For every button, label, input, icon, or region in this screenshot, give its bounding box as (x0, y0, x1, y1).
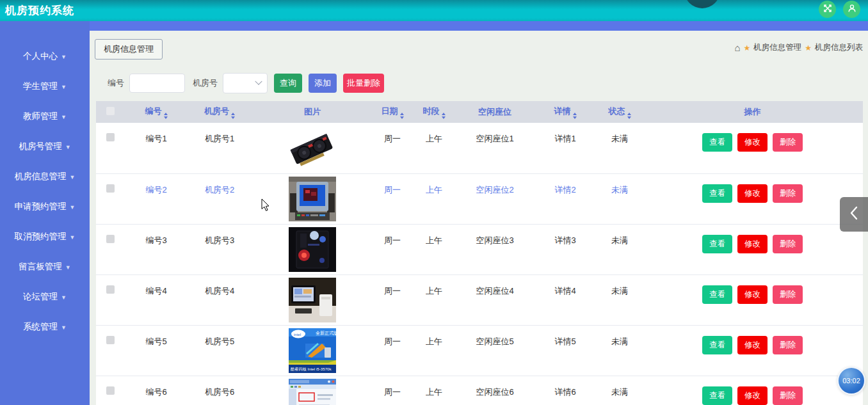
view-button[interactable]: 查看 (702, 184, 732, 203)
column-header[interactable]: 时段 (412, 101, 456, 123)
room-image (289, 227, 336, 272)
sidebar-item-label: 申请预约管理 (15, 201, 67, 212)
cell-seats: 空闲座位6 (456, 376, 533, 405)
cell-period: 上午 (412, 274, 456, 325)
id-filter-input[interactable] (129, 74, 185, 93)
sort-icon[interactable] (573, 113, 577, 119)
sidebar-item-9[interactable]: 系统管理▼ (0, 312, 90, 342)
sort-icon[interactable] (442, 113, 446, 119)
chevron-down-icon: ▼ (61, 54, 67, 60)
cell-image (252, 274, 373, 325)
column-header: 空闲座位 (456, 101, 533, 123)
table-row[interactable]: 编号4机房号4周一上午空闲座位4详情4未满查看修改删除 (96, 274, 863, 325)
row-checkbox[interactable] (106, 285, 115, 294)
view-button[interactable]: 查看 (702, 133, 732, 152)
sidebar-item-label: 教师管理 (23, 111, 58, 122)
cell-detail: 详情3 (533, 224, 597, 274)
view-button[interactable]: 查看 (702, 386, 732, 405)
sort-icon[interactable] (164, 113, 168, 119)
breadcrumb-item[interactable]: 机房信息管理 (753, 42, 801, 53)
sidebar-item-3[interactable]: 机房号管理▼ (0, 131, 90, 161)
sidebar-item-5[interactable]: 申请预约管理▼ (0, 191, 90, 221)
cell-image (252, 376, 373, 405)
sidebar-item-6[interactable]: 取消预约管理▼ (0, 221, 90, 251)
cell-status: 未满 (597, 274, 642, 325)
recording-overlay-blob (684, 0, 720, 8)
sort-icon[interactable] (231, 113, 235, 119)
chevron-down-icon: ▼ (61, 114, 67, 120)
delete-button[interactable]: 删除 (773, 133, 803, 152)
add-button[interactable]: 添加 (309, 74, 337, 93)
sidebar-item-label: 机房号管理 (19, 141, 62, 152)
sidebar-item-4[interactable]: 机房信息管理▼ (0, 161, 90, 191)
table-row[interactable]: 编号5机房号5全新正式版intel酷睿四核 Intel i5-3570k周一上午… (96, 325, 863, 376)
row-checkbox[interactable] (106, 133, 115, 141)
filter-bar: 编号 机房号 查询 添加 批量删除 (108, 74, 384, 93)
fullscreen-button[interactable] (819, 1, 836, 18)
delete-button[interactable]: 删除 (773, 184, 803, 203)
cell-date: 周一 (373, 376, 412, 405)
svg-text:intel: intel (294, 333, 301, 337)
column-header-label: 编号 (145, 106, 162, 116)
sort-icon[interactable] (627, 113, 631, 119)
column-header[interactable]: 机房号 (188, 101, 252, 123)
cell-seats: 空闲座位2 (456, 173, 533, 224)
breadcrumb: ⌂ ★ 机房信息管理 ★ 机房信息列表 (734, 42, 863, 53)
table-row[interactable]: 编号2机房号2周一上午空闲座位2详情2未满查看修改删除 (96, 173, 863, 224)
column-header[interactable]: 日期 (373, 101, 412, 123)
cell-date: 周一 (373, 224, 412, 274)
app-title: 机房预约系统 (5, 3, 74, 18)
sidebar: 个人中心▼学生管理▼教师管理▼机房号管理▼机房信息管理▼申请预约管理▼取消预约管… (0, 21, 90, 405)
row-checkbox-cell (96, 274, 125, 325)
column-header-label: 详情 (554, 106, 571, 116)
column-header[interactable]: 详情 (533, 101, 597, 123)
collapse-panel-button[interactable] (840, 197, 868, 232)
select-all-checkbox[interactable] (106, 107, 115, 115)
view-button[interactable]: 查看 (702, 235, 732, 253)
batch-delete-button[interactable]: 批量删除 (343, 74, 384, 93)
delete-button[interactable]: 删除 (773, 386, 803, 405)
cell-period: 上午 (412, 173, 456, 224)
view-button[interactable]: 查看 (702, 285, 732, 304)
sidebar-item-1[interactable]: 学生管理▼ (0, 71, 90, 101)
home-icon[interactable]: ⌂ (734, 43, 740, 52)
star-icon: ★ (805, 44, 812, 52)
edit-button[interactable]: 修改 (737, 285, 768, 304)
sidebar-item-8[interactable]: 论坛管理▼ (0, 282, 90, 312)
page-tab[interactable]: 机房信息管理 (95, 39, 163, 60)
edit-button[interactable]: 修改 (737, 235, 768, 253)
view-button[interactable]: 查看 (702, 336, 732, 354)
cell-actions: 查看修改删除 (642, 173, 863, 224)
sort-icon[interactable] (400, 113, 404, 119)
table-row[interactable]: 编号3机房号3周一上午空闲座位3详情3未满查看修改删除 (96, 224, 863, 274)
room-image: 全新正式版intel酷睿四核 Intel i5-3570k (289, 328, 336, 373)
edit-button[interactable]: 修改 (737, 133, 768, 152)
delete-button[interactable]: 删除 (773, 235, 803, 253)
chevron-down-icon: ▼ (70, 204, 76, 210)
row-checkbox[interactable] (106, 336, 115, 344)
edit-button[interactable]: 修改 (737, 184, 768, 203)
row-checkbox-cell (96, 123, 125, 173)
sidebar-item-0[interactable]: 个人中心▼ (0, 41, 90, 71)
row-checkbox[interactable] (106, 386, 115, 395)
column-header[interactable]: 编号 (125, 101, 188, 123)
delete-button[interactable]: 删除 (773, 285, 803, 304)
star-icon: ★ (743, 44, 750, 52)
search-button[interactable]: 查询 (274, 74, 302, 93)
user-button[interactable] (843, 1, 860, 18)
cell-detail: 详情4 (533, 274, 597, 325)
sidebar-item-2[interactable]: 教师管理▼ (0, 101, 90, 131)
video-timestamp[interactable]: 03:02 (837, 367, 865, 395)
edit-button[interactable]: 修改 (737, 386, 768, 405)
sidebar-item-7[interactable]: 留言板管理▼ (0, 251, 90, 282)
table-row[interactable]: 编号6机房号6周一上午空闲座位6详情6未满查看修改删除 (96, 376, 863, 405)
column-header[interactable]: 状态 (597, 101, 642, 123)
row-checkbox[interactable] (106, 184, 115, 193)
table-row[interactable]: 编号1机房号1周一上午空闲座位1详情1未满查看修改删除 (96, 123, 863, 173)
breadcrumb-item[interactable]: 机房信息列表 (815, 42, 863, 53)
delete-button[interactable]: 删除 (773, 336, 803, 354)
select-all-checkbox-cell (96, 101, 125, 123)
row-checkbox[interactable] (106, 235, 115, 243)
edit-button[interactable]: 修改 (737, 336, 768, 354)
room-filter-select[interactable] (223, 73, 268, 93)
